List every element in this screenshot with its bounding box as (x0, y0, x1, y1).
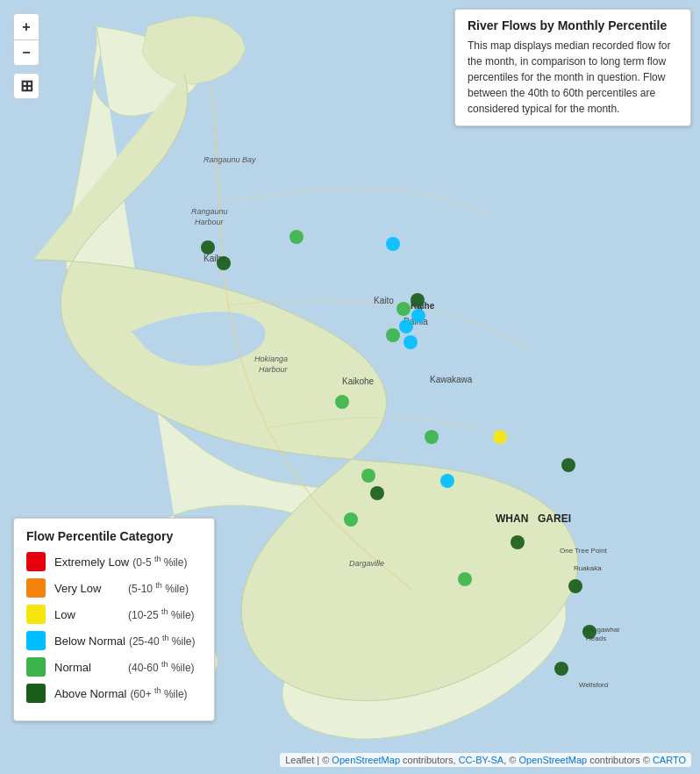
map-footer: Leaflet | © OpenStreetMap contributors, … (280, 753, 691, 767)
flow-dot-d11[interactable] (335, 395, 349, 409)
svg-text:Kaikohe: Kaikohe (342, 376, 375, 386)
svg-text:Wellsford: Wellsford (579, 681, 608, 689)
flow-dot-d14[interactable] (361, 469, 375, 483)
flow-dot-d15[interactable] (440, 474, 454, 488)
flow-dot-d4[interactable] (386, 237, 400, 251)
legend-swatch-very-low (26, 578, 46, 598)
flow-dot-d7[interactable] (411, 309, 425, 323)
layers-button[interactable]: ⊞ (13, 73, 39, 99)
legend-range-very-low: (5-10 th %ile) (128, 581, 189, 595)
flow-dot-d8[interactable] (399, 319, 413, 333)
map-controls: + − ⊞ (13, 13, 39, 99)
flow-dot-d5[interactable] (411, 293, 425, 307)
flow-dot-d13[interactable] (493, 430, 507, 444)
legend-item-very-low: Very Low (5-10 th %ile) (26, 578, 202, 598)
flow-dot-d2[interactable] (217, 256, 231, 270)
legend-range-below-normal: (25-40 th %ile) (129, 634, 196, 648)
flow-dot-d22[interactable] (582, 625, 596, 639)
legend-item-extremely-low: Extremely Low (0-5 th %ile) (26, 552, 202, 571)
flow-dot-d1[interactable] (201, 240, 215, 254)
info-box: River Flows by Monthly Percentile This m… (454, 9, 691, 126)
zoom-out-button[interactable]: − (13, 39, 39, 66)
flow-dot-d21[interactable] (568, 579, 582, 593)
flow-dot-d10[interactable] (404, 335, 418, 349)
svg-text:Dargaville: Dargaville (349, 559, 384, 568)
flow-dot-d17[interactable] (561, 458, 575, 472)
legend-range-above-normal: (60+ th %ile) (130, 686, 187, 700)
legend-swatch-below-normal (26, 631, 46, 650)
flow-dot-d18[interactable] (344, 512, 358, 527)
legend-label-low: Low (54, 608, 125, 621)
legend-items: Extremely Low (0-5 th %ile) Very Low (5-… (26, 552, 202, 703)
svg-text:Kawakawa: Kawakawa (430, 375, 473, 384)
legend-item-below-normal: Below Normal (25-40 th %ile) (26, 631, 202, 650)
svg-text:Harbour: Harbour (259, 365, 289, 374)
legend-item-normal: Normal (40-60 th %ile) (26, 657, 202, 677)
flow-dot-d16[interactable] (370, 486, 384, 500)
info-box-description: This map displays median recorded flow f… (468, 38, 678, 117)
legend-range-extremely-low: (0-5 th %ile) (132, 555, 187, 569)
svg-text:One Tree Point: One Tree Point (560, 547, 608, 555)
map-container: Kaihe Kaito Kaihe ri Paihia Kaikohe Kawa… (0, 0, 700, 774)
legend-item-above-normal: Above Normal (60+ th %ile) (26, 684, 202, 703)
flow-dot-d9[interactable] (386, 328, 400, 342)
legend-label-normal: Normal (54, 661, 125, 674)
flow-dot-d6[interactable] (396, 302, 411, 316)
svg-text:Harbour: Harbour (195, 218, 225, 226)
legend-item-low: Low (10-25 th %ile) (26, 605, 202, 624)
zoom-in-button[interactable]: + (13, 13, 39, 39)
svg-text:WHAN: WHAN (496, 512, 528, 525)
svg-text:Hokianga: Hokianga (254, 355, 288, 363)
legend: Flow Percentile Category Extremely Low (… (13, 518, 215, 721)
svg-text:Rangaunu: Rangaunu (191, 207, 228, 216)
legend-label-below-normal: Below Normal (54, 634, 125, 648)
flow-dot-d3[interactable] (289, 230, 304, 244)
legend-swatch-above-normal (26, 684, 46, 703)
legend-title: Flow Percentile Category (26, 529, 202, 543)
legend-swatch-normal (26, 657, 46, 677)
flow-dot-d23[interactable] (554, 662, 568, 676)
legend-label-extremely-low: Extremely Low (54, 555, 129, 569)
svg-text:GAREI: GAREI (538, 512, 571, 525)
flow-dot-d12[interactable] (425, 430, 439, 444)
info-box-title: River Flows by Monthly Percentile (468, 18, 678, 32)
legend-swatch-extremely-low (26, 552, 46, 571)
legend-swatch-low (26, 605, 46, 624)
svg-text:Rangaunu Bay: Rangaunu Bay (204, 155, 256, 164)
svg-text:Ruakaka: Ruakaka (574, 564, 602, 572)
svg-text:Kaito: Kaito (374, 296, 394, 305)
legend-label-very-low: Very Low (54, 582, 125, 595)
flow-dot-d19[interactable] (511, 535, 525, 549)
footer-text: Leaflet | © OpenStreetMap contributors, … (285, 755, 686, 765)
flow-dot-d20[interactable] (458, 572, 472, 586)
legend-label-above-normal: Above Normal (54, 687, 126, 700)
legend-range-low: (10-25 th %ile) (128, 607, 195, 621)
legend-range-normal: (40-60 th %ile) (128, 660, 195, 674)
